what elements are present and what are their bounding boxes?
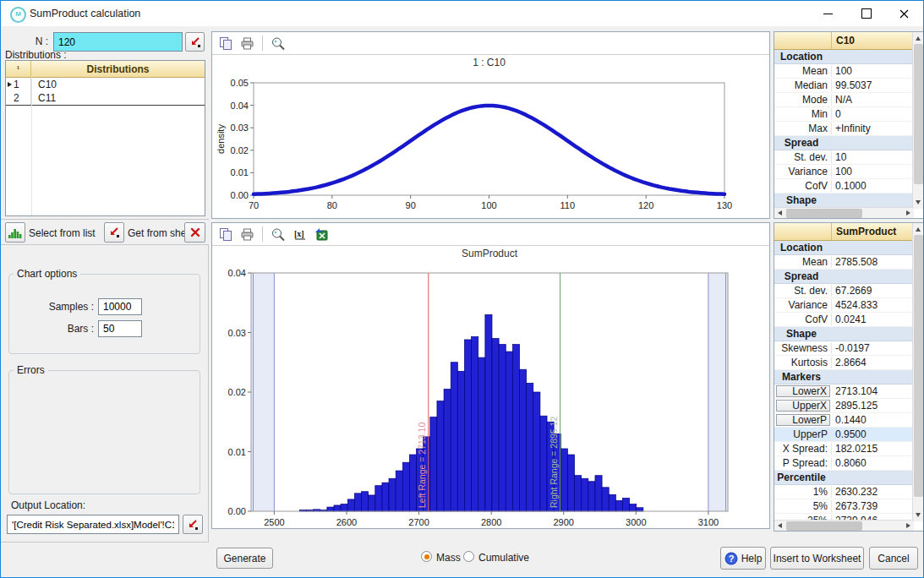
zoom-icon[interactable]: [271, 36, 286, 51]
histogram-bar: [492, 339, 499, 511]
select-from-list-label[interactable]: Select from list: [29, 227, 96, 239]
stats-row: St. dev.67.2669: [774, 284, 914, 298]
get-from-sheet-icon: [189, 35, 202, 49]
n-input[interactable]: [53, 32, 183, 52]
output-location-input[interactable]: [7, 515, 179, 534]
svg-text:0.03: 0.03: [228, 328, 246, 338]
stats-section-row: Percentile: [774, 471, 914, 485]
close-button[interactable]: [885, 1, 923, 26]
cancel-button[interactable]: Cancel: [869, 547, 918, 570]
svg-text:130: 130: [717, 200, 732, 210]
help-icon: ?: [724, 552, 738, 565]
mass-radio-label[interactable]: Mass: [436, 552, 461, 564]
output-get-from-sheet-button[interactable]: [183, 515, 203, 534]
print-icon[interactable]: [240, 36, 254, 50]
cumulative-radio-label[interactable]: Cumulative: [478, 552, 529, 564]
distribution-row[interactable]: 1C10: [6, 78, 205, 91]
distributions-grid-header: ¹ Distributions: [6, 61, 205, 78]
n-get-from-sheet-button[interactable]: [185, 32, 205, 52]
stats-row: 5%2673.739: [774, 499, 914, 514]
bars-input[interactable]: [98, 320, 142, 337]
left-range-marker-label: Left Range = 2713.10: [417, 423, 427, 508]
n-label: N :: [1, 35, 48, 47]
histogram-bar: [527, 383, 533, 511]
get-from-sheet-icon: [107, 226, 121, 239]
stats-row: UpperP0.9500: [774, 428, 914, 442]
histogram-chart[interactable]: SumProduct0.000.010.020.030.042500260027…: [212, 246, 769, 529]
histogram-bar: [347, 499, 354, 511]
stats-row: Mean2785.508: [774, 255, 914, 270]
distribution-row[interactable]: 2C11: [6, 91, 205, 106]
histogram-bar: [595, 476, 602, 511]
histogram-bar: [472, 336, 478, 511]
select-list-icon: [8, 226, 23, 239]
print-icon[interactable]: [240, 227, 254, 241]
svg-text:3000: 3000: [626, 517, 646, 527]
c10-stats-hscrollbar[interactable]: [774, 207, 914, 218]
svg-text:0.05: 0.05: [231, 78, 249, 88]
svg-text:70: 70: [249, 200, 259, 210]
grid-col1-header[interactable]: ¹: [6, 61, 31, 77]
export-excel-icon[interactable]: [314, 227, 329, 241]
bars-label: Bars :: [1, 323, 94, 335]
values-icon[interactable]: [x]: [293, 227, 307, 241]
stats-row[interactable]: LowerP0.1440: [774, 413, 914, 428]
maximize-icon: [861, 8, 872, 19]
zoom-icon[interactable]: [271, 227, 286, 242]
histogram-bar: [382, 483, 389, 511]
app-logo-icon: M: [10, 7, 26, 23]
help-button[interactable]: ? Help: [720, 547, 766, 570]
cumulative-radio[interactable]: [463, 551, 474, 562]
histogram-bar: [334, 505, 341, 511]
c10-stats-vscrollbar[interactable]: [912, 32, 923, 209]
copy-icon[interactable]: [219, 227, 232, 241]
generate-button[interactable]: Generate: [216, 548, 273, 569]
stats-row[interactable]: UpperX2895.125: [774, 399, 914, 413]
c10-stats-header: C10: [774, 32, 923, 50]
get-from-sheet-button[interactable]: [104, 222, 124, 243]
errors-group: [8, 370, 200, 494]
mass-radio[interactable]: [421, 551, 432, 562]
minimize-button[interactable]: [809, 1, 847, 26]
maximize-button[interactable]: [847, 1, 885, 26]
svg-text:0.02: 0.02: [228, 387, 246, 397]
svg-text:2600: 2600: [336, 517, 357, 527]
right-range-band[interactable]: [708, 273, 728, 511]
grid-col2-header[interactable]: Distributions: [31, 61, 205, 77]
sumproduct-stats-hscrollbar[interactable]: [774, 520, 914, 531]
stats-row: X Spread:182.0215: [774, 442, 914, 456]
svg-text:2800: 2800: [481, 517, 501, 527]
stats-section-row: Spread: [774, 270, 914, 284]
histogram-bar: [506, 352, 512, 511]
stats-row[interactable]: LowerX2713.104: [774, 384, 914, 399]
samples-input[interactable]: [98, 298, 142, 315]
copy-icon[interactable]: [219, 36, 232, 50]
histogram-bar: [362, 492, 369, 511]
stats-row: ModeN/A: [774, 93, 914, 107]
cancel-label: Cancel: [878, 553, 909, 564]
sumproduct-stats-title: SumProduct: [832, 223, 923, 240]
sumproduct-stats-vscrollbar[interactable]: [912, 223, 923, 521]
histogram-bar: [609, 494, 615, 511]
histogram-bar: [637, 508, 643, 511]
left-range-band[interactable]: [251, 273, 274, 511]
histogram-bar: [402, 462, 409, 511]
histogram-chart-toolbar: [x]: [212, 223, 769, 246]
remove-distribution-button[interactable]: [184, 222, 205, 243]
density-curve: [254, 106, 724, 194]
window-title: SumProduct calculation: [30, 8, 140, 19]
stats-section-row: Markers: [774, 370, 914, 384]
histogram-bar: [375, 486, 382, 511]
stats-row: Min0: [774, 107, 914, 122]
stats-section-row: Spread: [774, 136, 914, 150]
density-chart[interactable]: 1 : C100.000.010.020.030.040.05708090100…: [212, 55, 769, 219]
histogram-bar: [533, 392, 540, 511]
c10-stats-title: C10: [832, 32, 923, 49]
histogram-bar: [341, 504, 347, 511]
select-from-list-button[interactable]: [5, 222, 25, 243]
histogram-bar: [499, 345, 506, 511]
insert-to-worksheet-button[interactable]: Insert to Worksheet: [770, 547, 864, 570]
stats-row: CofV0.1000: [774, 179, 914, 194]
distributions-label: Distributions :: [5, 49, 67, 61]
svg-text:100: 100: [481, 200, 496, 210]
